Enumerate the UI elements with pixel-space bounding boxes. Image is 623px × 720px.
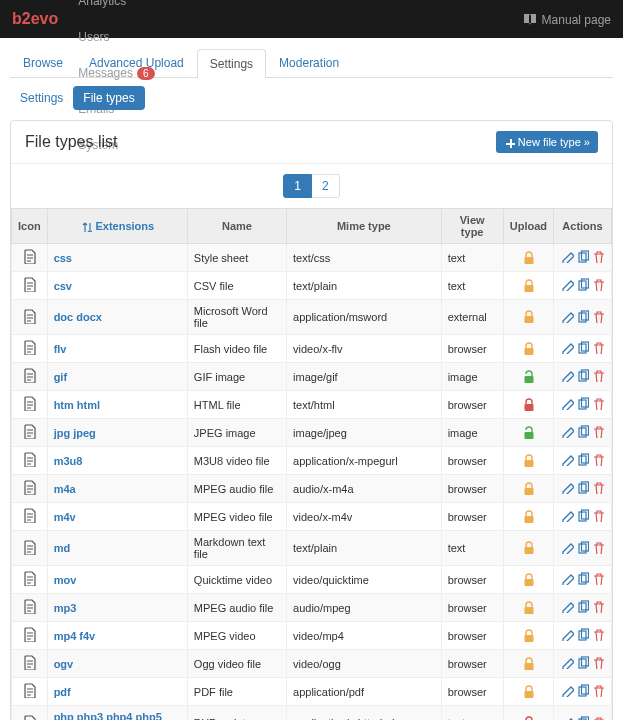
page-1[interactable]: 1	[283, 174, 312, 198]
upload-lock-icon[interactable]	[522, 250, 534, 264]
upload-lock-icon[interactable]	[522, 481, 534, 495]
upload-lock-icon[interactable]	[522, 278, 534, 292]
extension-link[interactable]: jpg jpeg	[54, 427, 96, 439]
extension-link[interactable]: htm html	[54, 399, 100, 411]
copy-icon[interactable]	[576, 572, 589, 585]
delete-icon[interactable]	[591, 656, 604, 669]
extension-link[interactable]: m3u8	[54, 455, 83, 467]
extension-link[interactable]: csv	[54, 280, 72, 292]
delete-icon[interactable]	[591, 716, 604, 721]
delete-icon[interactable]	[591, 509, 604, 522]
extension-link[interactable]: pdf	[54, 686, 71, 698]
tab-browse[interactable]: Browse	[10, 48, 76, 77]
delete-icon[interactable]	[591, 572, 604, 585]
copy-icon[interactable]	[576, 716, 589, 721]
edit-icon[interactable]	[561, 684, 574, 697]
edit-icon[interactable]	[561, 716, 574, 721]
tab-advanced-upload[interactable]: Advanced Upload	[76, 48, 197, 77]
delete-icon[interactable]	[591, 369, 604, 382]
col-extensions[interactable]: Extensions	[47, 209, 187, 244]
tab-settings[interactable]: Settings	[197, 49, 266, 78]
extension-link[interactable]: mp3	[54, 602, 77, 614]
delete-icon[interactable]	[591, 453, 604, 466]
brand-logo[interactable]: b2evo	[12, 10, 58, 28]
upload-lock-icon[interactable]	[522, 397, 534, 411]
edit-icon[interactable]	[561, 369, 574, 382]
upload-lock-icon[interactable]	[522, 369, 534, 383]
copy-icon[interactable]	[576, 628, 589, 641]
copy-icon[interactable]	[576, 600, 589, 613]
edit-icon[interactable]	[561, 310, 574, 323]
copy-icon[interactable]	[576, 369, 589, 382]
upload-lock-icon[interactable]	[522, 341, 534, 355]
edit-icon[interactable]	[561, 481, 574, 494]
copy-icon[interactable]	[576, 509, 589, 522]
delete-icon[interactable]	[591, 425, 604, 438]
edit-icon[interactable]	[561, 656, 574, 669]
copy-icon[interactable]	[576, 397, 589, 410]
edit-icon[interactable]	[561, 628, 574, 641]
upload-lock-icon[interactable]	[522, 600, 534, 614]
extension-link[interactable]: flv	[54, 343, 67, 355]
edit-icon[interactable]	[561, 572, 574, 585]
manual-page-link[interactable]: Manual page	[522, 12, 611, 27]
delete-icon[interactable]	[591, 278, 604, 291]
edit-icon[interactable]	[561, 250, 574, 263]
page-2[interactable]: 2	[312, 174, 340, 198]
edit-icon[interactable]	[561, 453, 574, 466]
tab-moderation[interactable]: Moderation	[266, 48, 352, 77]
delete-icon[interactable]	[591, 684, 604, 697]
upload-lock-icon[interactable]	[522, 572, 534, 586]
table-row: m4aMPEG audio fileaudio/x-m4abrowser	[12, 475, 612, 503]
extension-link[interactable]: md	[54, 542, 71, 554]
subtab-settings[interactable]: Settings	[10, 86, 73, 110]
delete-icon[interactable]	[591, 628, 604, 641]
edit-icon[interactable]	[561, 341, 574, 354]
copy-icon[interactable]	[576, 453, 589, 466]
delete-icon[interactable]	[591, 481, 604, 494]
mime-type: image/gif	[287, 363, 442, 391]
edit-icon[interactable]	[561, 425, 574, 438]
edit-icon[interactable]	[561, 541, 574, 554]
upload-lock-icon[interactable]	[522, 684, 534, 698]
extension-link[interactable]: m4v	[54, 511, 76, 523]
upload-lock-icon[interactable]	[522, 540, 534, 554]
delete-icon[interactable]	[591, 397, 604, 410]
edit-icon[interactable]	[561, 600, 574, 613]
delete-icon[interactable]	[591, 310, 604, 323]
upload-lock-icon[interactable]	[522, 309, 534, 323]
upload-lock-icon[interactable]	[522, 425, 534, 439]
nav-analytics[interactable]: Analytics	[68, 0, 164, 19]
upload-lock-icon[interactable]	[522, 453, 534, 467]
copy-icon[interactable]	[576, 656, 589, 669]
upload-lock-icon[interactable]	[522, 628, 534, 642]
copy-icon[interactable]	[576, 250, 589, 263]
copy-icon[interactable]	[576, 684, 589, 697]
edit-icon[interactable]	[561, 509, 574, 522]
delete-icon[interactable]	[591, 341, 604, 354]
extension-link[interactable]: gif	[54, 371, 67, 383]
copy-icon[interactable]	[576, 425, 589, 438]
extension-link[interactable]: mov	[54, 574, 77, 586]
edit-icon[interactable]	[561, 397, 574, 410]
upload-lock-icon[interactable]	[522, 715, 534, 720]
extension-link[interactable]: m4a	[54, 483, 76, 495]
copy-icon[interactable]	[576, 541, 589, 554]
upload-lock-icon[interactable]	[522, 656, 534, 670]
upload-lock-icon[interactable]	[522, 509, 534, 523]
delete-icon[interactable]	[591, 541, 604, 554]
delete-icon[interactable]	[591, 250, 604, 263]
copy-icon[interactable]	[576, 341, 589, 354]
copy-icon[interactable]	[576, 310, 589, 323]
new-file-type-button[interactable]: New file type »	[496, 131, 598, 153]
extension-link[interactable]: mp4 f4v	[54, 630, 96, 642]
extension-link[interactable]: ogv	[54, 658, 74, 670]
delete-icon[interactable]	[591, 600, 604, 613]
extension-link[interactable]: doc docx	[54, 311, 102, 323]
copy-icon[interactable]	[576, 278, 589, 291]
subtab-file-types[interactable]: File types	[73, 86, 144, 110]
copy-icon[interactable]	[576, 481, 589, 494]
extension-link[interactable]: php php3 php4 php5 php6	[54, 711, 162, 720]
edit-icon[interactable]	[561, 278, 574, 291]
extension-link[interactable]: css	[54, 252, 72, 264]
